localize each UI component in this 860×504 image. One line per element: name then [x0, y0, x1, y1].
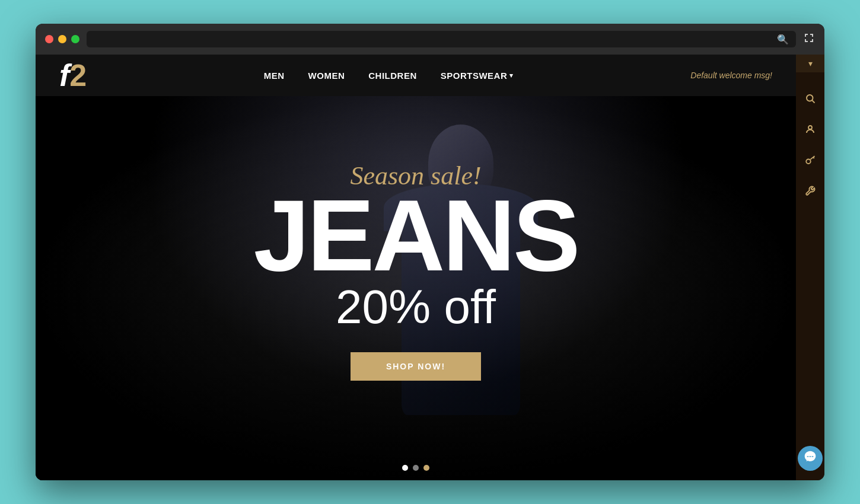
chatbot-button[interactable] [798, 446, 823, 471]
chatbot-icon [803, 449, 817, 467]
address-bar[interactable]: https://thehotskills.com 🔍 [87, 31, 796, 47]
shop-now-button[interactable]: SHOP NOW! [351, 352, 481, 381]
welcome-message: Default welcome msg! [690, 71, 772, 80]
nav-men[interactable]: MEN [264, 71, 285, 81]
tab-chevron-icon: ▾ [808, 59, 813, 68]
site-nav: MEN WOMEN CHILDREN SPORTSWEAR ▾ [264, 71, 514, 81]
site-logo[interactable]: f 2 [59, 60, 87, 91]
sidebar-user-item[interactable] [796, 116, 824, 145]
browser-content: f 2 MEN WOMEN CHILDREN SPORTSWEAR ▾ Defa… [36, 55, 824, 480]
carousel-dot-3[interactable] [423, 465, 429, 471]
svg-point-2 [808, 126, 812, 129]
hero-title: JEANS [254, 185, 578, 286]
svg-point-0 [807, 95, 813, 101]
site-header: f 2 MEN WOMEN CHILDREN SPORTSWEAR ▾ Defa… [36, 55, 796, 96]
carousel-dots [402, 465, 429, 471]
url-input[interactable]: https://thehotskills.com [96, 34, 786, 44]
traffic-light-yellow[interactable] [58, 35, 66, 43]
logo-f: f [59, 60, 69, 91]
svg-line-1 [812, 100, 814, 103]
hero-section: Season sale! JEANS 20% off SHOP NOW! [36, 96, 796, 480]
logo-2: 2 [69, 60, 87, 91]
expand-button[interactable] [803, 32, 815, 47]
hero-content: Season sale! JEANS 20% off SHOP NOW! [36, 96, 796, 480]
browser-window: https://thehotskills.com 🔍 f 2 MEN WOMEN [36, 24, 824, 480]
sidebar-search-icon [805, 93, 816, 107]
hero-subtitle: 20% off [336, 280, 496, 334]
traffic-light-green[interactable] [71, 35, 79, 43]
sidebar-wrench-item[interactable] [796, 178, 824, 206]
carousel-dot-1[interactable] [402, 465, 408, 471]
sidebar-wrench-icon [805, 186, 816, 199]
dropdown-chevron-icon: ▾ [509, 72, 514, 79]
nav-women[interactable]: WOMEN [308, 71, 345, 81]
browser-chrome: https://thehotskills.com 🔍 [36, 24, 824, 55]
nav-sportswear[interactable]: SPORTSWEAR ▾ [441, 71, 514, 81]
traffic-lights [45, 35, 79, 43]
sidebar-key-icon [805, 155, 816, 168]
sidebar-search-item[interactable] [796, 85, 824, 114]
traffic-light-red[interactable] [45, 35, 53, 43]
sidebar-key-item[interactable] [796, 147, 824, 176]
tab-indicator: ▾ [796, 55, 824, 72]
right-sidebar: ▾ [796, 55, 824, 480]
carousel-dot-2[interactable] [413, 465, 419, 471]
svg-point-3 [806, 159, 811, 164]
svg-line-5 [813, 157, 814, 158]
nav-children[interactable]: CHILDREN [368, 71, 417, 81]
sidebar-user-icon [805, 124, 816, 138]
address-search-icon: 🔍 [777, 34, 789, 45]
website: f 2 MEN WOMEN CHILDREN SPORTSWEAR ▾ Defa… [36, 55, 796, 480]
